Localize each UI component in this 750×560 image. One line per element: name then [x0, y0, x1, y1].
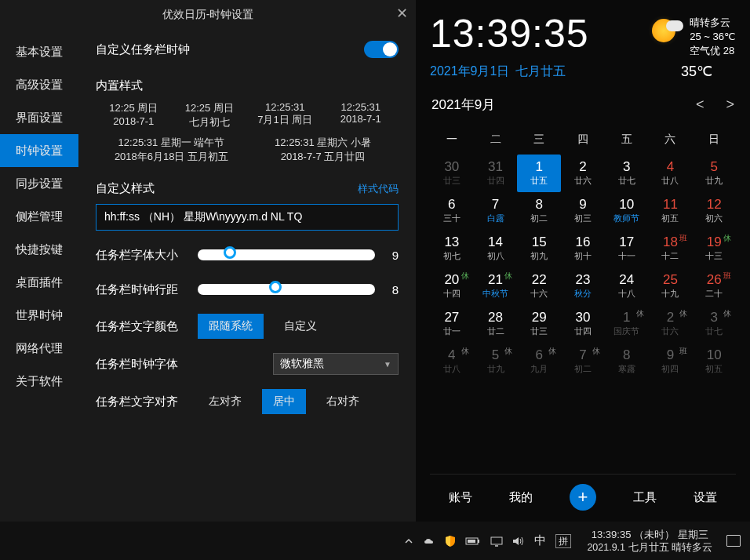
- calendar-cell[interactable]: 8寒露: [605, 343, 649, 380]
- align-option-0[interactable]: 左对齐: [198, 389, 253, 414]
- calendar-cell[interactable]: 8初二: [517, 192, 561, 230]
- builtin-style-1[interactable]: 12:25 周日七月初七: [172, 101, 248, 129]
- calendar-cell[interactable]: 12初六: [692, 192, 736, 230]
- calendar-cell[interactable]: 10教师节: [605, 192, 649, 230]
- builtin-style-3[interactable]: 12:25:312018-7-1: [323, 101, 399, 129]
- calendar-cell[interactable]: 18十二班: [649, 230, 693, 267]
- calendar-cell[interactable]: 6三十: [430, 192, 474, 230]
- sidebar-item-10[interactable]: 关于软件: [0, 365, 78, 398]
- calendar-cell[interactable]: 21中秋节休: [474, 267, 518, 305]
- tray-cloud-icon[interactable]: [423, 536, 435, 546]
- font-label: 任务栏时钟字体: [96, 357, 198, 372]
- calendar-cell[interactable]: 1国庆节休: [605, 305, 649, 343]
- calendar-cell[interactable]: 1廿五: [517, 155, 561, 192]
- custom-style-input[interactable]: [96, 204, 399, 231]
- calendar-cell[interactable]: 13初七: [430, 230, 474, 267]
- calendar-cell[interactable]: 29廿三: [517, 305, 561, 343]
- notifications-icon[interactable]: [726, 535, 741, 547]
- calendar-cell[interactable]: 23秋分: [561, 267, 605, 305]
- sidebar-item-6[interactable]: 快捷按键: [0, 233, 78, 266]
- calendar-cell[interactable]: 11初五: [649, 192, 693, 230]
- calendar-cell[interactable]: 4廿八休: [430, 343, 474, 380]
- sidebar-item-5[interactable]: 侧栏管理: [0, 200, 78, 233]
- calendar-cell[interactable]: 2廿六: [561, 155, 605, 192]
- sidebar-item-3[interactable]: 时钟设置: [0, 134, 78, 167]
- calendar-cell[interactable]: 9初四班: [649, 343, 693, 380]
- calendar-cell[interactable]: 17十一: [605, 230, 649, 267]
- custom-taskbar-clock-toggle[interactable]: [364, 41, 399, 58]
- sidebar-item-2[interactable]: 界面设置: [0, 101, 78, 134]
- calendar-cell[interactable]: 25十九: [649, 267, 693, 305]
- weather-block[interactable]: 晴转多云 25 ~ 36℃ 空气优 28: [650, 11, 736, 58]
- align-option-2[interactable]: 右对齐: [315, 389, 370, 414]
- calendar-cell[interactable]: 5廿九: [692, 155, 736, 192]
- calendar-cell[interactable]: 7初二休: [561, 343, 605, 380]
- calendar-cell[interactable]: 30廿三: [430, 155, 474, 192]
- calendar-cell[interactable]: 2廿六休: [649, 305, 693, 343]
- weekday-head: 三: [517, 126, 561, 155]
- tray-volume-icon[interactable]: [512, 536, 525, 547]
- calendar-cell[interactable]: 24十八: [605, 267, 649, 305]
- calendar-cell[interactable]: 3廿七: [605, 155, 649, 192]
- calendar-cell[interactable]: 3廿七休: [692, 305, 736, 343]
- calendar-cell[interactable]: 19十三休: [692, 230, 736, 267]
- calendar-cell[interactable]: 31廿四: [474, 155, 518, 192]
- builtin-style-b0[interactable]: 12:25:31 星期一 端午节2018年6月18日 五月初五: [96, 136, 247, 164]
- ime-mode[interactable]: 拼: [555, 534, 571, 548]
- footer-nav-2[interactable]: 工具: [633, 490, 657, 505]
- tray-battery-icon[interactable]: [465, 536, 481, 546]
- calendar-cell[interactable]: 4廿八: [649, 155, 693, 192]
- sidebar-item-8[interactable]: 世界时钟: [0, 299, 78, 332]
- calendar-cell[interactable]: 26二十班: [692, 267, 736, 305]
- calendar-cell[interactable]: 14初八: [474, 230, 518, 267]
- calendar-cell[interactable]: 28廿二: [474, 305, 518, 343]
- calendar-cell[interactable]: 9初三: [561, 192, 605, 230]
- text-color-option-0[interactable]: 跟随系统: [198, 314, 264, 339]
- font-size-slider[interactable]: [198, 249, 375, 260]
- sidebar-item-9[interactable]: 网络代理: [0, 332, 78, 365]
- text-color-option-1[interactable]: 自定义: [273, 314, 328, 339]
- calendar-cell[interactable]: 6九月休: [517, 343, 561, 380]
- align-option-1[interactable]: 居中: [262, 389, 306, 414]
- prev-month-button[interactable]: <: [696, 96, 704, 113]
- footer-nav-3[interactable]: 设置: [694, 490, 717, 505]
- calendar-cell[interactable]: 16初十: [561, 230, 605, 267]
- builtin-style-0[interactable]: 12:25 周日2018-7-1: [96, 101, 172, 129]
- date-lunar[interactable]: 七月廿五: [515, 64, 566, 80]
- date-gregorian[interactable]: 2021年9月1日: [430, 64, 509, 80]
- line-height-slider[interactable]: [198, 284, 375, 295]
- tray-shield-icon[interactable]: [445, 535, 456, 547]
- sidebar-item-7[interactable]: 桌面插件: [0, 266, 78, 299]
- add-button[interactable]: +: [570, 484, 596, 511]
- builtin-style-2[interactable]: 12:25:317月1日 周日: [247, 101, 323, 129]
- builtin-styles-grid-2: 12:25:31 星期一 端午节2018年6月18日 五月初五12:25:31 …: [96, 136, 399, 164]
- close-icon[interactable]: ✕: [396, 5, 408, 22]
- calendar-cell[interactable]: 20十四休: [430, 267, 474, 305]
- calendar-cell[interactable]: 5廿九休: [474, 343, 518, 380]
- style-code-link[interactable]: 样式代码: [358, 182, 399, 196]
- month-label[interactable]: 2021年9月: [431, 96, 495, 114]
- taskbar-clock[interactable]: 13:39:35 （未时） 星期三 2021.9.1 七月廿五 晴转多云: [587, 529, 712, 554]
- builtin-style-b1[interactable]: 12:25:31 星期六 小暑2018-7-7 五月廿四: [247, 136, 399, 164]
- tray-chevron-up-icon[interactable]: [404, 536, 413, 546]
- custom-style-head: 自定义样式: [96, 181, 155, 196]
- calendar-cell[interactable]: 10初五: [692, 343, 736, 380]
- calendar-cell[interactable]: 30廿四: [561, 305, 605, 343]
- sidebar-item-1[interactable]: 高级设置: [0, 68, 78, 101]
- calendar-cell[interactable]: 15初九: [517, 230, 561, 267]
- svg-rect-1: [478, 540, 479, 543]
- footer-nav-0[interactable]: 账号: [449, 490, 472, 505]
- calendar-cell[interactable]: 7白露: [474, 192, 518, 230]
- sidebar-item-4[interactable]: 同步设置: [0, 167, 78, 200]
- footer-nav: 账号我的+工具设置: [430, 474, 736, 522]
- next-month-button[interactable]: >: [726, 96, 734, 113]
- calendar-cell[interactable]: 22十六: [517, 267, 561, 305]
- sidebar-item-0[interactable]: 基本设置: [0, 35, 78, 68]
- calendar-cell[interactable]: 27廿一: [430, 305, 474, 343]
- weekday-head: 六: [649, 126, 693, 155]
- settings-content: 自定义任务栏时钟 内置样式 12:25 周日2018-7-112:25 周日七月…: [78, 0, 416, 522]
- footer-nav-1[interactable]: 我的: [509, 490, 533, 505]
- tray-network-icon[interactable]: [490, 536, 503, 547]
- ime-lang[interactable]: 中: [534, 533, 546, 548]
- font-select[interactable]: 微软雅黑 ▼: [273, 353, 399, 375]
